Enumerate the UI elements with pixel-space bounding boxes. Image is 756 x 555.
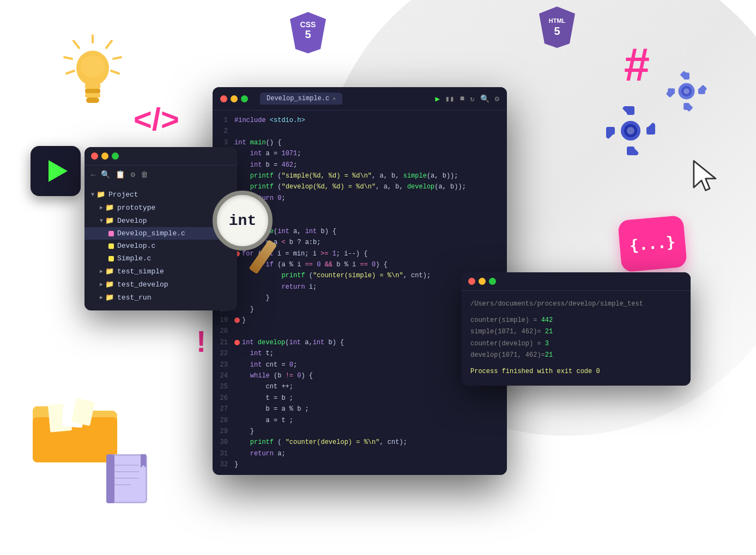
code-line-18: } (234, 304, 500, 315)
play-button[interactable] (31, 146, 81, 196)
svg-text:HTML: HTML (549, 17, 566, 24)
folder-icon-test-run: 📁 (105, 293, 114, 302)
pause-icon[interactable]: ▮▮ (445, 94, 455, 103)
tab-label: Develop_simple.c (267, 95, 329, 102)
code-line-31: return a; (234, 448, 500, 459)
code-line-19: } (234, 315, 500, 326)
tree-label-test-develop: test_develop (117, 280, 168, 289)
terminal-value-3: 3 (545, 340, 549, 347)
terminal-output-line-2: simple(1071, 462)= 21 (470, 326, 682, 338)
code-line-28: a = t ; (234, 415, 500, 426)
cursor-icon (691, 158, 721, 196)
code-line-17: } (234, 292, 500, 303)
tree-item-test-run[interactable]: ▶ 📁 test_run (84, 291, 237, 304)
exclamation-icon: ! (196, 327, 206, 357)
terminal-label-2: simple(1071, 462)= (470, 328, 545, 336)
code-line-1: #include <stdio.h> (234, 115, 500, 126)
code-line-20 (234, 326, 500, 337)
svg-point-21 (627, 127, 634, 135)
terminal-minimize-dot[interactable] (479, 278, 486, 285)
window-close-dot[interactable] (91, 153, 98, 160)
folder-icon-develop: 📁 (105, 216, 114, 225)
magnifier: int (213, 191, 289, 278)
gear-big-icon (606, 106, 655, 158)
terminal-label-1: counter(simple) = (470, 316, 541, 324)
gear-small-icon (666, 71, 707, 114)
tree-arrow-test-simple: ▶ (100, 268, 103, 275)
tab-close-icon[interactable]: ✕ (332, 95, 336, 102)
tree-arrow-develop: ▼ (100, 218, 103, 224)
tree-label-test-simple: test_simple (117, 267, 164, 276)
svg-text:CSS: CSS (300, 20, 316, 29)
settings-icon[interactable]: ⚙ (130, 170, 135, 179)
terminal-label-4: develop(1071, 462)= (470, 351, 545, 359)
code-line-4: int a = 1071; (234, 148, 500, 159)
svg-text:5: 5 (305, 28, 311, 40)
terminal-value-4: 21 (545, 351, 553, 359)
code-line-27: b = a % b ; (234, 404, 500, 414)
code-toolbar-right: ▶ ▮▮ ■ ↻ 🔍 ⚙ (435, 94, 499, 103)
search-icon[interactable]: 🔍 (101, 170, 110, 179)
editor-maximize-dot[interactable] (241, 95, 248, 102)
code-line-32: } (234, 459, 500, 470)
terminal-output-line-1: counter(simple) = 442 (470, 315, 682, 327)
css-icon: 5 CSS (289, 11, 332, 60)
editor-close-dot[interactable] (220, 95, 227, 102)
tree-label-test-run: test_run (117, 294, 151, 302)
terminal-maximize-dot[interactable] (489, 278, 496, 285)
terminal-close-dot[interactable] (468, 278, 475, 285)
code-line-5: int b = 462; (234, 160, 500, 170)
back-icon[interactable]: ← (91, 170, 95, 179)
tree-arrow-test-develop: ▶ (100, 281, 103, 288)
settings-icon[interactable]: ⚙ (495, 94, 499, 103)
window-maximize-dot[interactable] (112, 153, 119, 160)
tree-label-develop-c: Develop.c (117, 242, 155, 250)
stop-icon[interactable]: ■ (460, 94, 464, 103)
window-minimize-dot[interactable] (101, 153, 108, 160)
tree-arrow-prototype: ▶ (100, 204, 103, 211)
copy-icon[interactable]: 📋 (116, 170, 125, 179)
svg-text:5: 5 (554, 25, 560, 37)
svg-marker-41 (694, 161, 716, 190)
json-braces-icon: {...} (618, 215, 687, 272)
json-text: {...} (629, 233, 676, 254)
terminal-finished: Process finished with exit code 0 (470, 366, 682, 378)
file-tree-titlebar (84, 147, 237, 166)
tree-item-test-develop[interactable]: ▶ 📁 test_develop (84, 278, 237, 291)
code-line-30: printf ( "counter(develop) = %\n", cnt); (234, 437, 500, 448)
tree-label-develop-simple: Develop_simple.c (117, 229, 185, 237)
terminal-path: /Users/documents/process/develop/simple_… (470, 298, 682, 310)
code-line-2 (234, 126, 500, 137)
code-line-22: int t; (234, 348, 500, 359)
terminal-window: /Users/documents/process/develop/simple_… (462, 272, 691, 386)
terminal-output-line-3: counter(develop) = 3 (470, 338, 682, 350)
code-editor-titlebar: Develop_simple.c ✕ ▶ ▮▮ ■ ↻ 🔍 ⚙ (213, 87, 507, 111)
folder-icon-prototype: 📁 (105, 203, 114, 212)
terminal-value-2: 21 (545, 328, 553, 336)
run-icon[interactable]: ▶ (435, 94, 439, 103)
svg-point-32 (684, 88, 690, 94)
trash-icon[interactable]: 🗑 (141, 170, 148, 179)
terminal-body: /Users/documents/process/develop/simple_… (462, 291, 691, 386)
file-dot-develop-simple (108, 231, 114, 236)
book-icon (104, 449, 158, 511)
svg-rect-17 (85, 93, 100, 97)
editor-minimize-dot[interactable] (231, 95, 238, 102)
svg-point-14 (81, 56, 105, 77)
reload-icon[interactable]: ↻ (470, 94, 474, 103)
tree-arrow-project: ▼ (91, 192, 94, 198)
file-tree-toolbar: ← 🔍 📋 ⚙ 🗑 (84, 166, 237, 184)
terminal-titlebar (462, 272, 691, 291)
folder-icon-test-simple: 📁 (105, 267, 114, 276)
svg-rect-18 (86, 97, 99, 103)
code-line-6: printf ("simple(%d, %d) = %d\n", a, b, s… (234, 170, 500, 181)
terminal-output-line-4: develop(1071, 462)=21 (470, 350, 682, 362)
svg-rect-15 (85, 83, 100, 89)
find-icon[interactable]: 🔍 (480, 94, 489, 103)
code-tab-develop-simple[interactable]: Develop_simple.c ✕ (260, 93, 342, 105)
lightbulb-icon (60, 33, 125, 112)
code-line-23: int cnt = 0; (234, 359, 500, 370)
code-line-21: int develop(int a,int b) { (234, 337, 500, 348)
code-bracket-icon: </> (134, 101, 179, 137)
folder-icon-project: 📁 (96, 190, 105, 199)
